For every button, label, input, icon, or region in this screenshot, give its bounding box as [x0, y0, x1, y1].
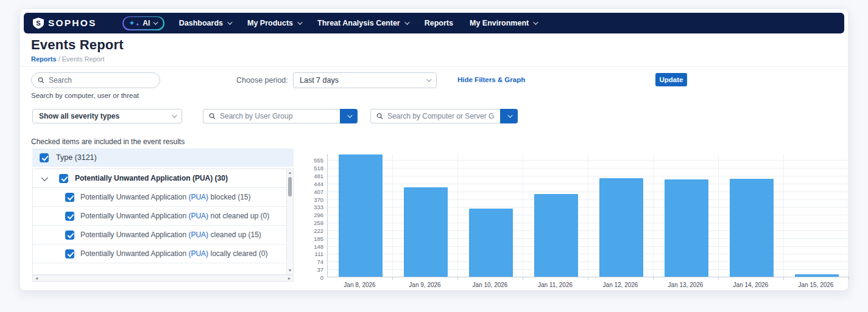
- tree-body: Potentially Unwanted Application (PUA) (…: [32, 168, 294, 275]
- tree-item-pua-blocked[interactable]: Potentially Unwanted Application (PUA) b…: [33, 188, 286, 207]
- sophos-logo[interactable]: S SOPHOS: [32, 17, 111, 29]
- category-gridline: [392, 154, 393, 277]
- nav-item-my-products[interactable]: My Products: [247, 19, 301, 27]
- tree-group-pua[interactable]: Potentially Unwanted Application (PUA) (…: [33, 169, 286, 188]
- y-axis-tick-label: 0: [305, 274, 323, 281]
- checkbox-checked[interactable]: [65, 231, 74, 240]
- x-axis-label: Jan 11, 2026: [523, 282, 588, 288]
- chart-bar[interactable]: [599, 178, 643, 277]
- x-axis-tick: [783, 277, 784, 280]
- tree-rows: Potentially Unwanted Application (PUA) (…: [33, 169, 286, 274]
- checkbox-checked[interactable]: [65, 193, 74, 202]
- chevron-down-icon: [153, 19, 158, 24]
- y-axis-tick-label: 148: [305, 243, 323, 250]
- y-axis-tick-label: 481: [305, 173, 323, 179]
- category-gridline: [718, 154, 719, 277]
- y-axis-tick-label: 444: [305, 181, 323, 187]
- category-gridline: [588, 154, 588, 277]
- svg-text:S: S: [36, 19, 40, 27]
- label-text: not cleaned up (0): [208, 212, 269, 220]
- chart-bar[interactable]: [730, 179, 774, 277]
- main-panel: S SOPHOS ✦ ✦ AI Dashboards My Products T…: [19, 9, 849, 291]
- chart-bar[interactable]: [469, 209, 513, 277]
- vertical-scroll-thumb[interactable]: [288, 177, 292, 196]
- breadcrumb-separator: /: [58, 55, 60, 63]
- chart-bar[interactable]: [534, 194, 578, 277]
- period-select[interactable]: Last 7 days: [293, 72, 437, 88]
- tree-item-pua-not-cleaned[interactable]: Potentially Unwanted Application (PUA) n…: [33, 207, 286, 226]
- label-text: locally cleared (0): [208, 249, 267, 258]
- chevron-down-icon: [172, 113, 177, 117]
- chart-bar[interactable]: [795, 274, 839, 277]
- x-axis-label: Jan 12, 2026: [588, 282, 653, 288]
- user-group-dropdown-button[interactable]: [340, 109, 358, 123]
- label-text: Potentially Unwanted Application: [80, 212, 188, 220]
- scroll-right-icon[interactable]: ►: [286, 276, 292, 282]
- tree-item-pua-cleaned[interactable]: Potentially Unwanted Application (PUA) c…: [33, 226, 286, 244]
- events-bar-chart: 0377411114818522225929633337040744448151…: [305, 153, 849, 290]
- search-input[interactable]: [49, 76, 153, 85]
- page-title: Events Report: [31, 37, 124, 53]
- label-text: Potentially Unwanted Application: [80, 193, 188, 201]
- user-group-search: [203, 109, 358, 123]
- checkbox-checked[interactable]: [59, 174, 68, 183]
- computer-group-dropdown-button[interactable]: [500, 109, 518, 123]
- scroll-down-icon[interactable]: ▼: [287, 268, 293, 274]
- nav-menu: Dashboards My Products Threat Analysis C…: [179, 19, 537, 27]
- checkbox-checked[interactable]: [65, 249, 74, 258]
- tree-group-label: Potentially Unwanted Application (PUA) (…: [75, 174, 228, 182]
- scroll-left-icon[interactable]: ◄: [34, 276, 40, 282]
- chart-bar[interactable]: [339, 154, 383, 277]
- pua-link[interactable]: (PUA): [188, 231, 208, 239]
- computer-group-search-input[interactable]: [387, 112, 495, 120]
- chevron-down-icon: [533, 19, 538, 24]
- event-type-tree: Type (3121) Potentially Unwanted Applica…: [32, 148, 294, 282]
- nav-item-threat-analysis-center[interactable]: Threat Analysis Center: [317, 19, 408, 27]
- chevron-down-icon[interactable]: [41, 175, 48, 181]
- tree-root-label: Type (3121): [56, 153, 97, 162]
- chevron-down-icon: [507, 113, 512, 117]
- checkbox-checked[interactable]: [40, 153, 49, 162]
- chart-bar[interactable]: [665, 179, 708, 277]
- y-gridline: [325, 168, 849, 168]
- vertical-scrollbar[interactable]: ▲ ▼: [286, 169, 293, 274]
- nav-label: My Environment: [470, 19, 529, 27]
- nav-item-reports[interactable]: Reports: [425, 19, 453, 27]
- severity-select[interactable]: Show all severity types: [32, 109, 182, 123]
- header-divider: [20, 66, 848, 67]
- x-axis-tick: [849, 277, 849, 280]
- y-axis-tick-label: 222: [305, 227, 323, 234]
- pua-link[interactable]: (PUA): [188, 193, 208, 201]
- sparkle-small-icon: ✦: [136, 23, 140, 27]
- scroll-up-icon[interactable]: ▲: [287, 170, 293, 176]
- breadcrumb-reports-link[interactable]: Reports: [31, 55, 57, 63]
- nav-item-dashboards[interactable]: Dashboards: [179, 19, 231, 27]
- tree-root-type[interactable]: Type (3121): [32, 148, 294, 167]
- tree-item-pua-locally-cleared[interactable]: Potentially Unwanted Application (PUA) l…: [33, 244, 286, 263]
- x-axis-label: Jan 13, 2026: [653, 282, 718, 288]
- user-group-search-box: [203, 109, 340, 123]
- horizontal-scrollbar[interactable]: ◄ ►: [32, 275, 294, 282]
- pua-link[interactable]: (PUA): [188, 212, 208, 220]
- computer-group-search: [370, 109, 518, 123]
- sophos-logo-graphic: S SOPHOS: [32, 17, 111, 29]
- hide-filters-graph-link[interactable]: Hide Filters & Graph: [457, 76, 525, 83]
- chart-plot: [327, 154, 849, 277]
- sparkle-icon: ✦: [129, 19, 135, 27]
- x-axis-label: Jan 15, 2026: [783, 282, 849, 288]
- pua-link[interactable]: (PUA): [188, 249, 208, 258]
- label-text: cleaned up (15): [208, 231, 261, 239]
- nav-label: Dashboards: [179, 19, 223, 27]
- y-axis-tick-label: 37: [305, 266, 323, 273]
- user-group-search-input[interactable]: [220, 112, 334, 120]
- tree-item-label: Potentially Unwanted Application (PUA) n…: [80, 212, 269, 220]
- ai-assistant-button[interactable]: ✦ ✦ AI: [122, 16, 164, 30]
- nav-item-my-environment[interactable]: My Environment: [470, 19, 537, 27]
- chevron-down-icon: [404, 19, 409, 24]
- update-button[interactable]: Update: [655, 73, 687, 86]
- chart-bar[interactable]: [404, 187, 448, 277]
- choose-period-label: Choose period:: [236, 76, 288, 85]
- checkbox-checked[interactable]: [65, 212, 74, 221]
- search-icon: [209, 113, 216, 120]
- category-gridline: [849, 154, 849, 277]
